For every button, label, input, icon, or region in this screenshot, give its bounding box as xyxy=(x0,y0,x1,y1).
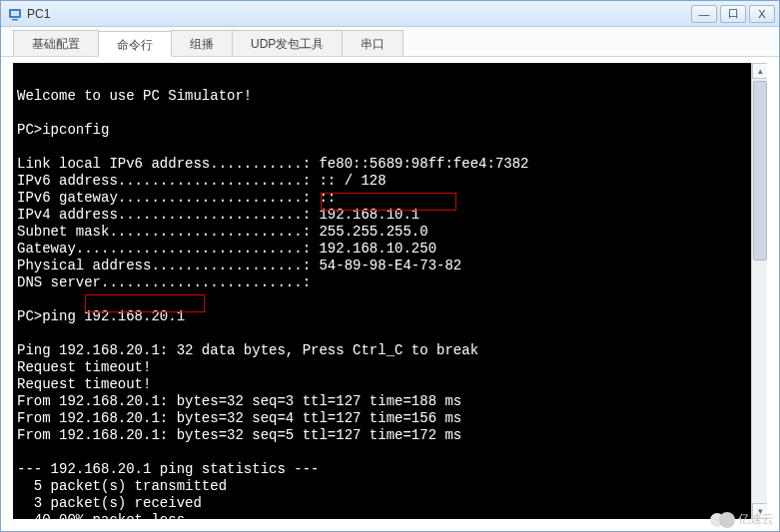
ipcfg-subnet: Subnet mask.......................: 255.… xyxy=(17,224,428,240)
ping-stats-loss: 40.00% packet loss xyxy=(17,512,185,519)
tab-serial[interactable]: 串口 xyxy=(342,30,403,56)
watermark-text: 亿速云 xyxy=(738,511,774,528)
ipcfg-ipv4-addr: IPv4 address......................: 192.… xyxy=(17,207,419,223)
app-window: PC1 — 口 X 基础配置 命令行 组播 UDP发包工具 串口 Welcome… xyxy=(0,0,780,532)
window-controls: — 口 X xyxy=(691,5,775,23)
ping-reply-3: From 192.168.20.1: bytes=32 seq=3 ttl=12… xyxy=(17,393,461,409)
app-icon xyxy=(7,6,23,22)
ping-header: Ping 192.168.20.1: 32 data bytes, Press … xyxy=(17,342,478,358)
terminal-area[interactable]: Welcome to use PC Simulator! PC>ipconfig… xyxy=(13,63,767,519)
welcome-line: Welcome to use PC Simulator! xyxy=(17,88,252,104)
scroll-up-button[interactable]: ▴ xyxy=(752,63,767,79)
maximize-button[interactable]: 口 xyxy=(720,5,746,23)
window-title: PC1 xyxy=(27,7,691,21)
tab-multicast[interactable]: 组播 xyxy=(171,30,233,56)
ipcfg-gateway: Gateway...........................: 192.… xyxy=(17,241,436,257)
ping-stats-rx: 3 packet(s) received xyxy=(17,495,202,511)
ping-reply-5: From 192.168.20.1: bytes=32 seq=5 ttl=12… xyxy=(17,427,461,443)
ping-reply-4: From 192.168.20.1: bytes=32 seq=4 ttl=12… xyxy=(17,410,461,426)
tab-bar: 基础配置 命令行 组播 UDP发包工具 串口 xyxy=(1,27,779,57)
ping-timeout-2: Request timeout! xyxy=(17,376,151,392)
svg-rect-2 xyxy=(12,19,18,21)
ping-stats-tx: 5 packet(s) transmitted xyxy=(17,478,227,494)
ipcfg-physical: Physical address..................: 54-8… xyxy=(17,258,461,273)
ping-timeout-1: Request timeout! xyxy=(17,359,151,375)
ipcfg-dns: DNS server........................: xyxy=(17,274,311,290)
titlebar: PC1 — 口 X xyxy=(1,1,779,27)
ipcfg-link-local: Link local IPv6 address...........: fe80… xyxy=(17,156,528,172)
ipcfg-ipv6-addr: IPv6 address......................: :: /… xyxy=(17,173,387,189)
ipcfg-ipv6-gw: IPv6 gateway......................: :: xyxy=(17,190,336,206)
svg-rect-1 xyxy=(11,11,19,16)
scroll-thumb[interactable] xyxy=(753,81,767,261)
minimize-button[interactable]: — xyxy=(691,5,717,23)
terminal-scrollbar[interactable]: ▴ ▾ xyxy=(751,63,767,519)
ping-stats-header: --- 192.168.20.1 ping statistics --- xyxy=(17,461,319,477)
tab-udp-tool[interactable]: UDP发包工具 xyxy=(232,30,343,56)
close-button[interactable]: X xyxy=(749,5,775,23)
tab-basic-config[interactable]: 基础配置 xyxy=(13,30,99,56)
prompt-ping: PC>ping 192.168.20.1 xyxy=(17,308,185,324)
terminal-output[interactable]: Welcome to use PC Simulator! PC>ipconfig… xyxy=(13,63,767,519)
tab-command-line[interactable]: 命令行 xyxy=(98,31,172,57)
watermark: 亿速云 xyxy=(710,511,774,528)
watermark-icon xyxy=(710,512,734,528)
prompt-ipconfig: PC>ipconfig xyxy=(17,122,109,138)
